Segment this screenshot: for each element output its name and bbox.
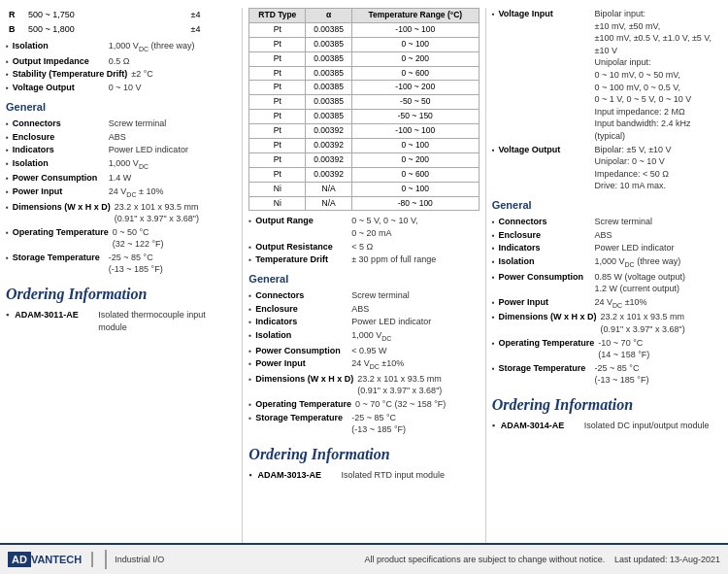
col2-dimensions: Dimensions (W x H x D) 23.2 x 101 x 93.5… (248, 373, 479, 397)
col2-general-title: General (248, 272, 479, 287)
rtd-cell: 0.00385 (306, 37, 352, 51)
col3-ordering-list: ADAM-3014-AE Isolated DC input/output mo… (492, 420, 722, 432)
col3-dimensions: Dimensions (W x H x D) 23.2 x 101 x 93.5… (492, 311, 722, 335)
col1-enclosure: Enclosure ABS (6, 131, 236, 144)
rtd-cell: Pt (249, 152, 306, 167)
rtd-cell: Pt (249, 37, 306, 51)
col3-power-consumption: Power Consumption 0.85 W (voltage output… (492, 271, 722, 295)
col1-ordering-list: ADAM-3011-AE Isolated thermocouple input… (6, 309, 236, 333)
rtd-cell: Pt (249, 110, 306, 124)
col2-temp-drift: Temperature Drift ± 30 ppm of full range (248, 253, 479, 266)
col2-power-consumption: Power Consumption < 0.95 W (248, 345, 479, 357)
rb-type-b: B (6, 22, 25, 37)
rtd-cell: 0.00392 (306, 139, 352, 153)
footer-divider (105, 550, 107, 569)
rtd-table: RTD Type α Temperature Range (°C) Pt0.00… (248, 8, 479, 211)
column-3: Voltage Input Bipolar input: ±10 mV, ±50… (492, 8, 722, 543)
divider-1 (242, 8, 243, 543)
rtd-cell: 0.00385 (306, 81, 352, 95)
col1-ordering-title: Ordering Information (6, 284, 236, 305)
column-2: RTD Type α Temperature Range (°C) Pt0.00… (248, 8, 479, 543)
rtd-cell: N/A (306, 196, 352, 211)
rtd-cell: -100 ~ 100 (351, 22, 479, 37)
col3-isolation: Isolation 1,000 VDC (three way) (492, 255, 722, 270)
rb-type-r: R (6, 8, 25, 22)
rtd-cell: Pt (249, 22, 306, 37)
col3-ordering-title: Ordering Information (492, 394, 722, 416)
rtd-cell: 0.00385 (306, 66, 352, 81)
rtd-cell: -100 ~ 200 (351, 81, 479, 95)
rb-table: R 500 ~ 1,750 ±4 B 500 ~ 1,800 ±4 (6, 8, 236, 36)
col2-output-specs: Output Range 0 ~ 5 V, 0 ~ 10 V,0 ~ 20 mA… (248, 215, 479, 265)
rtd-cell: 0.00392 (306, 124, 352, 139)
col3-storage-temp: Storage Temperature -25 ~ 85 °C(-13 ~ 18… (492, 362, 722, 387)
logo-van: VANTECH (31, 554, 82, 565)
col2-output-range: Output Range 0 ~ 5 V, 0 ~ 10 V,0 ~ 20 mA (248, 215, 479, 239)
rtd-header-range: Temperature Range (°C) (351, 9, 479, 23)
column-1: R 500 ~ 1,750 ±4 B 500 ~ 1,800 ±4 Isolat… (6, 8, 236, 543)
rb-tol-b: ±4 (188, 22, 237, 37)
col3-voltage-input: Voltage Input Bipolar input: ±10 mV, ±50… (492, 8, 722, 143)
rtd-cell: 0 ~ 600 (351, 167, 479, 182)
col3-enclosure: Enclosure ABS (492, 229, 722, 242)
rtd-cell: Pt (249, 139, 306, 153)
rtd-cell: 0 ~ 100 (351, 139, 479, 153)
footer-section: Industrial I/O (115, 555, 364, 564)
footer-date: Last updated: 13-Aug-2021 (614, 555, 720, 564)
rtd-cell: N/A (306, 182, 352, 196)
rtd-cell: 0 ~ 100 (351, 37, 479, 51)
col2-output-resistance: Output Resistance < 5 Ω (248, 241, 479, 253)
rtd-cell: 0.00385 (306, 110, 352, 124)
rtd-cell: Pt (249, 124, 306, 139)
rb-tol-r: ±4 (188, 8, 237, 22)
col2-storage-temp: Storage Temperature -25 ~ 85 °C(-13 ~ 18… (248, 412, 479, 436)
col1-order-item: ADAM-3011-AE Isolated thermocouple input… (6, 309, 236, 333)
col2-enclosure: Enclosure ABS (248, 303, 479, 316)
rtd-cell: Pt (249, 51, 306, 66)
col3-connectors: Connectors Screw terminal (492, 216, 722, 228)
col1-connectors: Connectors Screw terminal (6, 118, 236, 130)
rtd-cell: -100 ~ 100 (351, 124, 479, 139)
rtd-cell: 0.00385 (306, 22, 352, 37)
rtd-cell: Pt (249, 95, 306, 110)
col2-ordering-list: ADAM-3013-AE Isolated RTD input module (248, 469, 479, 482)
main-content: R 500 ~ 1,750 ±4 B 500 ~ 1,800 ±4 Isolat… (0, 0, 728, 543)
rtd-cell: Ni (249, 182, 306, 196)
col2-indicators: Indicators Power LED indicator (248, 316, 479, 328)
col2-connectors: Connectors Screw terminal (248, 289, 479, 302)
col2-power-input: Power Input 24 VDC ±10% (248, 357, 479, 372)
col3-general-title: General (492, 198, 722, 213)
rtd-cell: 0.00385 (306, 95, 352, 110)
col2-ordering-title: Ordering Information (248, 444, 479, 465)
col1-power-consumption: Power Consumption 1.4 W (6, 172, 236, 185)
divider-2 (485, 8, 486, 543)
col1-prop-isolation: Isolation 1,000 VDC (three way) (6, 40, 236, 54)
col1-props-list: Isolation 1,000 VDC (three way) Output I… (6, 40, 236, 93)
page: R 500 ~ 1,750 ±4 B 500 ~ 1,800 ±4 Isolat… (0, 0, 728, 574)
col1-prop-output-impedance: Output Impedance 0.5 Ω (6, 55, 236, 68)
rtd-cell: 0.00392 (306, 167, 352, 182)
rb-range-r: 500 ~ 1,750 (25, 8, 188, 22)
col1-dimensions: Dimensions (W x H x D) 23.2 x 101 x 93.5… (6, 201, 236, 225)
rtd-cell: -80 ~ 100 (351, 196, 479, 211)
rtd-header-type: RTD Type (249, 9, 306, 23)
rtd-cell: 0.00385 (306, 51, 352, 66)
col3-order-item: ADAM-3014-AE Isolated DC input/output mo… (492, 420, 722, 432)
col3-voltage-output: Voltage Output Bipolar: ±5 V, ±10 V Unip… (492, 144, 722, 192)
rtd-cell: 0 ~ 200 (351, 152, 479, 167)
rtd-cell: Ni (249, 196, 306, 211)
rtd-cell: 0.00392 (306, 152, 352, 167)
col2-general-list: Connectors Screw terminal Enclosure ABS … (248, 289, 479, 436)
footer-logo: ADVANTECH (8, 552, 93, 567)
rtd-cell: -50 ~ 150 (351, 110, 479, 124)
rb-range-b: 500 ~ 1,800 (25, 22, 188, 37)
logo-ad: AD (8, 552, 31, 567)
col1-general-list: Connectors Screw terminal Enclosure ABS … (6, 118, 236, 276)
col1-indicators: Indicators Power LED indicator (6, 144, 236, 156)
col1-operating-temp: Operating Temperature 0 ~ 50 °C(32 ~ 122… (6, 226, 236, 251)
col2-order-item: ADAM-3013-AE Isolated RTD input module (248, 469, 479, 482)
rtd-cell: Pt (249, 167, 306, 182)
rtd-cell: 0 ~ 100 (351, 182, 479, 196)
col1-power-input: Power Input 24 VDC ± 10% (6, 186, 236, 200)
rtd-cell: -50 ~ 50 (351, 95, 479, 110)
